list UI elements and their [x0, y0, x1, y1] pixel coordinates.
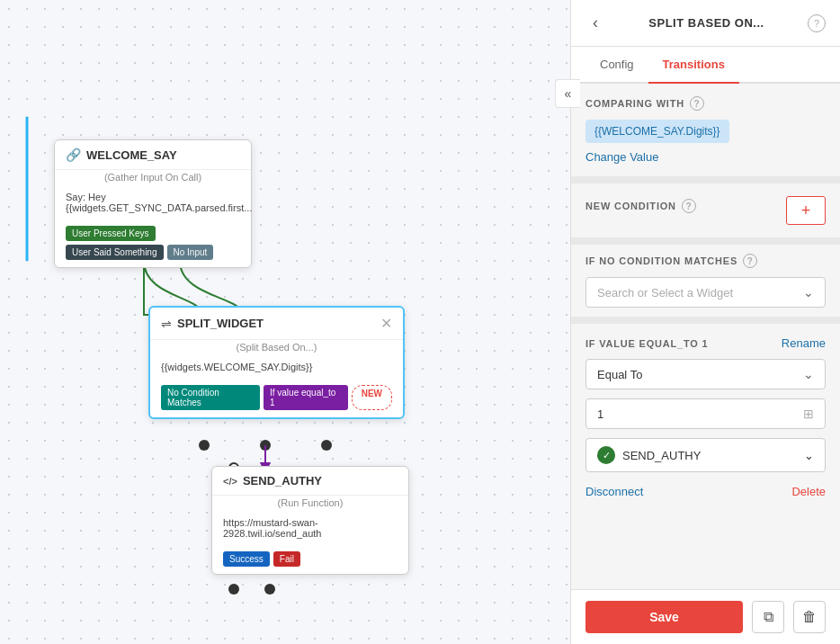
comparing-with-label: COMPARING WITH ?	[585, 96, 826, 111]
collapse-panel-button[interactable]: «	[555, 79, 580, 108]
add-condition-button[interactable]: +	[786, 196, 826, 225]
no-condition-widget-select[interactable]: Search or Select a Widget ⌄	[585, 277, 826, 308]
widget-selected-value: SEND_AUTHY	[622, 449, 701, 462]
right-panel: ‹ SPLIT BASED ON... ? Config Transitions…	[570, 0, 840, 644]
no-condition-label: IF NO CONDITION MATCHES ?	[585, 254, 826, 268]
if-value-header: IF VALUE EQUAL_TO 1 Rename	[585, 336, 826, 350]
tag-fail: Fail	[273, 551, 300, 567]
tabs-bar: Config Transitions	[571, 47, 840, 84]
tag-success: Success	[223, 551, 270, 567]
link-icon: 🔗	[66, 148, 81, 162]
authy-node-title: SEND_AUTHY	[243, 474, 322, 487]
authy-bottom-dot2	[264, 584, 275, 595]
check-circle-icon: ✓	[597, 446, 615, 464]
action-links: Disconnect Delete	[585, 481, 826, 502]
disconnect-link[interactable]: Disconnect	[585, 485, 643, 498]
no-condition-section: IF NO CONDITION MATCHES ? Search or Sele…	[571, 245, 840, 317]
split-icon: ⇌	[161, 317, 172, 331]
no-condition-help-icon[interactable]: ?	[743, 254, 757, 268]
authy-node-body: https://mustard-swan-2928.twil.io/send_a…	[212, 510, 408, 546]
widget-select-row[interactable]: ✓ SEND_AUTHY ⌄	[585, 438, 826, 472]
panel-title: SPLIT BASED ON...	[605, 16, 808, 30]
delete-button[interactable]: 🗑	[793, 601, 826, 633]
panel-header: ‹ SPLIT BASED ON... ?	[571, 0, 840, 47]
comparing-with-section: COMPARING WITH ? {{WELCOME_SAY.Digits}} …	[571, 84, 840, 176]
divider-3	[571, 317, 840, 324]
authy-node-subtitle: (Run Function)	[212, 496, 408, 510]
comparing-help-icon[interactable]: ?	[690, 96, 704, 111]
split-node-body: {{widgets.WELCOME_SAY.Digits}}	[150, 354, 403, 380]
operator-value: Equal To	[597, 368, 642, 381]
save-button[interactable]: Save	[585, 601, 743, 633]
authy-node: </> SEND_AUTHY (Run Function) https://mu…	[211, 466, 409, 575]
welcome-node-header: 🔗 WELCOME_SAY	[55, 140, 251, 170]
new-condition-help-icon[interactable]: ?	[682, 199, 696, 213]
tag-no-condition: No Condition Matches	[161, 385, 260, 410]
tab-transitions[interactable]: Transitions	[648, 47, 739, 84]
panel-content: COMPARING WITH ? {{WELCOME_SAY.Digits}} …	[571, 84, 840, 589]
panel-footer: Save ⧉ 🗑	[571, 589, 840, 644]
tag-user-said: User Said Something	[66, 245, 164, 260]
welcome-node-body: Say: Hey{{widgets.GET_SYNC_DATA.parsed.f…	[55, 184, 251, 220]
widget-chevron-icon: ⌄	[804, 449, 814, 462]
if-value-section: IF VALUE EQUAL_TO 1 Rename Equal To ⌄ 1 …	[571, 324, 840, 514]
close-icon[interactable]: ✕	[380, 315, 392, 332]
tag-new: NEW	[352, 385, 392, 410]
tag-if-value: If value equal_to 1	[264, 385, 348, 410]
split-title-area: ⇌ SPLIT_WIDGET	[161, 317, 264, 331]
canvas: 🔗 WELCOME_SAY (Gather Input On Call) Say…	[0, 0, 570, 644]
operator-select[interactable]: Equal To ⌄	[585, 359, 826, 389]
new-condition-row: NEW CONDITION ? +	[571, 183, 840, 237]
collapse-icon: «	[565, 86, 572, 101]
comparing-value-chip: {{WELCOME_SAY.Digits}}	[585, 120, 729, 143]
copy-icon: ⧉	[764, 609, 773, 625]
tag-user-pressed-keys: User Pressed Keys	[66, 226, 156, 241]
if-value-label: IF VALUE EQUAL_TO 1	[585, 338, 708, 349]
split-node-header: ⇌ SPLIT_WIDGET ✕	[150, 308, 403, 340]
plus-icon: +	[801, 201, 811, 220]
number-input[interactable]: 1 ⊞	[585, 398, 826, 429]
split-node-title: SPLIT_WIDGET	[177, 317, 264, 330]
copy-button[interactable]: ⧉	[752, 601, 784, 633]
widget-selected-left: ✓ SEND_AUTHY	[597, 446, 701, 464]
split-bottom-dot1	[199, 440, 210, 451]
authy-bottom-dot1	[228, 584, 239, 595]
operator-chevron-icon: ⌄	[803, 367, 814, 381]
no-condition-placeholder: Search or Select a Widget	[597, 286, 733, 300]
operator-container: Equal To ⌄	[585, 359, 826, 389]
input-icon: ⊞	[803, 407, 814, 421]
split-node: ⇌ SPLIT_WIDGET ✕ (Split Based On...) {{w…	[148, 306, 405, 419]
tag-no-input: No Input	[167, 245, 214, 260]
delete-condition-link[interactable]: Delete	[791, 485, 826, 498]
split-node-subtitle: (Split Based On...)	[150, 340, 403, 354]
chevron-down-icon: ⌄	[803, 285, 814, 300]
welcome-node-tags: User Pressed Keys User Said Something No…	[55, 220, 251, 267]
help-button[interactable]: ?	[808, 14, 826, 32]
change-value-link[interactable]: Change Value	[585, 150, 826, 164]
authy-node-header: </> SEND_AUTHY	[212, 467, 408, 496]
tab-config[interactable]: Config	[585, 47, 648, 84]
rename-link[interactable]: Rename	[782, 336, 826, 350]
divider-2	[571, 237, 840, 245]
split-bottom-dot2	[260, 440, 271, 451]
trash-icon: 🗑	[802, 609, 817, 625]
divider-1	[571, 176, 840, 183]
welcome-node: 🔗 WELCOME_SAY (Gather Input On Call) Say…	[54, 139, 252, 268]
number-value: 1	[597, 407, 603, 421]
welcome-node-title: WELCOME_SAY	[86, 148, 177, 162]
authy-node-tags: Success Fail	[212, 546, 408, 574]
code-icon: </>	[223, 476, 237, 487]
split-bottom-dot3	[321, 440, 332, 451]
new-condition-label: NEW CONDITION ?	[585, 199, 696, 213]
back-button[interactable]: ‹	[585, 10, 605, 36]
split-node-tags: No Condition Matches If value equal_to 1…	[150, 380, 403, 417]
welcome-node-subtitle: (Gather Input On Call)	[55, 170, 251, 184]
